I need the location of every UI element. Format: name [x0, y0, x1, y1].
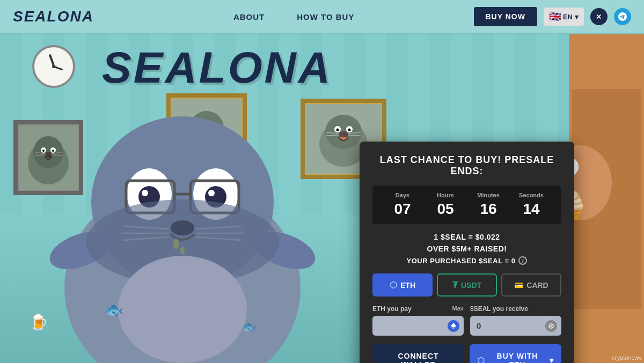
usdt-tab-icon: ₮: [452, 280, 458, 290]
nav-about[interactable]: About: [233, 12, 265, 21]
nav-how-to-buy[interactable]: How to Buy: [297, 12, 354, 21]
countdown-values: 07 05 16 14: [381, 201, 553, 218]
right-char-svg: 🍦: [569, 86, 644, 312]
minutes-value: 16: [467, 201, 510, 218]
navbar: SEALONA About How to Buy Buy Now 🇬🇧 EN ▾…: [0, 0, 644, 34]
lang-label: EN: [563, 13, 573, 21]
currency-tabs: ⬡ ETH ₮ USDT 💳 Card: [372, 273, 561, 297]
background-scene: SEALONA: [0, 34, 644, 363]
clock-center: [52, 65, 55, 68]
usdt-tab-label: USDT: [461, 281, 481, 290]
eth-tab[interactable]: ⬡ ETH: [372, 273, 433, 297]
svg-point-48: [208, 190, 215, 196]
seal-input-wrapper: [470, 316, 561, 336]
eth-input-icon: [448, 320, 459, 332]
price-info: 1 $SEAL = $0.022: [372, 233, 561, 241]
hours-value: 05: [424, 201, 467, 218]
card-tab-icon: 💳: [514, 281, 523, 290]
countdown: Days Hours Minutes Seconds 07 05 16 14: [372, 186, 561, 224]
nav-right: Buy Now 🇬🇧 EN ▾ ✕: [474, 7, 631, 26]
chevron-down-icon: ▾: [575, 13, 579, 21]
svg-point-72: [551, 325, 552, 327]
buy-now-button[interactable]: Buy Now: [474, 7, 537, 26]
countdown-labels: Days Hours Minutes Seconds: [381, 192, 553, 198]
svg-point-30: [348, 129, 351, 131]
svg-point-47: [142, 190, 148, 196]
seconds-label: Seconds: [510, 192, 553, 198]
chevron-down-icon: ▾: [550, 356, 554, 363]
seconds-value: 14: [510, 201, 553, 218]
info-icon[interactable]: i: [518, 256, 527, 265]
seal-svg: 🐟 🐟: [27, 84, 338, 363]
seal-character: 🐟 🐟: [27, 84, 338, 363]
x-social-icon[interactable]: ✕: [590, 8, 608, 25]
logo: SEALONA: [13, 8, 94, 25]
svg-text:🐟: 🐟: [241, 320, 257, 334]
svg-text:🐟: 🐟: [105, 301, 123, 318]
lang-button[interactable]: 🇬🇧 EN ▾: [544, 8, 584, 26]
seal-input-group: $SEAL you receive: [470, 305, 561, 336]
hours-label: Hours: [424, 192, 467, 198]
flag-icon: 🇬🇧: [549, 11, 561, 23]
eth-tab-icon: ⬡: [390, 280, 397, 290]
eth-input-label: ETH you pay Max: [372, 305, 464, 313]
right-character: 🍦: [569, 34, 644, 363]
watermark: cryptonews: [612, 354, 642, 361]
seal-input-icon: [545, 320, 557, 332]
frame-hook-right: [343, 99, 345, 101]
eth-input-group: ETH you pay Max: [372, 305, 464, 336]
presale-panel: Last Chance to Buy! Presale Ends: Days H…: [360, 142, 574, 363]
clock: [32, 45, 75, 88]
buy-eth-icon: ⬡: [477, 355, 485, 364]
presale-title: Last Chance to Buy! Presale Ends:: [372, 154, 561, 177]
days-value: 07: [381, 201, 424, 218]
svg-line-35: [348, 135, 361, 136]
purchased-label: Your Purchased $SEAL = 0: [407, 257, 516, 265]
purchased-info: Your Purchased $SEAL = 0 i: [372, 256, 561, 265]
card-tab[interactable]: 💳 Card: [501, 273, 561, 297]
clock-face: [32, 45, 75, 88]
usdt-tab[interactable]: ₮ USDT: [437, 273, 497, 297]
connect-wallet-button[interactable]: Connect Wallet: [372, 344, 464, 363]
eth-tab-label: ETH: [400, 281, 415, 290]
nav-links: About How to Buy: [233, 12, 355, 21]
input-row: ETH you pay Max $SEAL you receive: [372, 305, 561, 336]
svg-point-59: [118, 256, 247, 363]
minutes-label: Minutes: [467, 192, 510, 198]
svg-point-31: [339, 131, 348, 138]
max-label[interactable]: Max: [452, 305, 464, 313]
raised-info: Over $5M+ Raised!: [372, 245, 561, 253]
seal-input-label: $SEAL you receive: [470, 305, 561, 313]
card-tab-label: Card: [526, 281, 548, 290]
telegram-social-icon[interactable]: [614, 8, 631, 25]
days-label: Days: [381, 192, 424, 198]
buy-eth-label: Buy with ETH: [488, 352, 546, 363]
svg-marker-69: [451, 323, 456, 328]
buy-eth-button[interactable]: ⬡ Buy with ETH ▾: [470, 344, 561, 363]
action-buttons: Connect Wallet ⬡ Buy with ETH ▾: [372, 344, 561, 363]
eth-input-wrapper: [372, 316, 464, 336]
